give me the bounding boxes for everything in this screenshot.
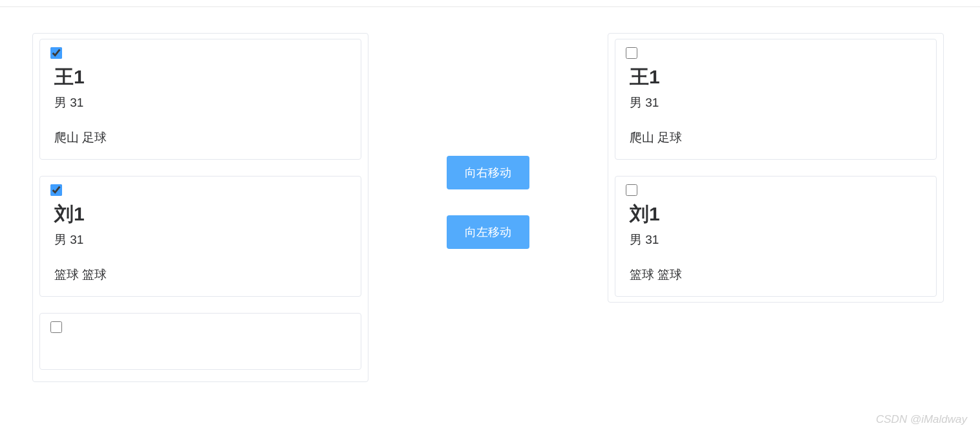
item-name: 刘1 — [626, 201, 926, 228]
button-column: 向右移动 向左移动 — [368, 33, 608, 249]
item-name: 刘1 — [50, 201, 350, 228]
move-left-button[interactable]: 向左移动 — [447, 215, 529, 249]
item-checkbox[interactable] — [626, 47, 637, 59]
move-right-button[interactable]: 向右移动 — [447, 156, 529, 189]
item-tags: 爬山 足球 — [50, 129, 350, 146]
item-checkbox[interactable] — [626, 184, 637, 196]
item-checkbox[interactable] — [50, 184, 62, 196]
item-sub: 男 31 — [50, 94, 350, 111]
transfer-container: 王1 男 31 爬山 足球 刘1 男 31 篮球 篮球 向右移动 向左移动 王1… — [0, 7, 980, 382]
list-item: 王1 男 31 爬山 足球 — [615, 39, 937, 160]
item-name: 王1 — [50, 64, 350, 91]
item-name: 王1 — [626, 64, 926, 91]
item-tags: 篮球 篮球 — [50, 266, 350, 283]
item-sub: 男 31 — [50, 231, 350, 248]
item-tags: 篮球 篮球 — [626, 266, 926, 283]
item-sub: 男 31 — [626, 94, 926, 111]
item-sub: 男 31 — [626, 231, 926, 248]
item-checkbox[interactable] — [50, 47, 62, 59]
right-panel: 王1 男 31 爬山 足球 刘1 男 31 篮球 篮球 — [608, 33, 944, 303]
list-item: 刘1 男 31 篮球 篮球 — [39, 176, 361, 297]
list-item: 刘1 男 31 篮球 篮球 — [615, 176, 937, 297]
left-panel: 王1 男 31 爬山 足球 刘1 男 31 篮球 篮球 — [32, 33, 368, 382]
list-item — [39, 313, 361, 370]
list-item: 王1 男 31 爬山 足球 — [39, 39, 361, 160]
item-tags: 爬山 足球 — [626, 129, 926, 146]
item-checkbox[interactable] — [50, 321, 62, 333]
